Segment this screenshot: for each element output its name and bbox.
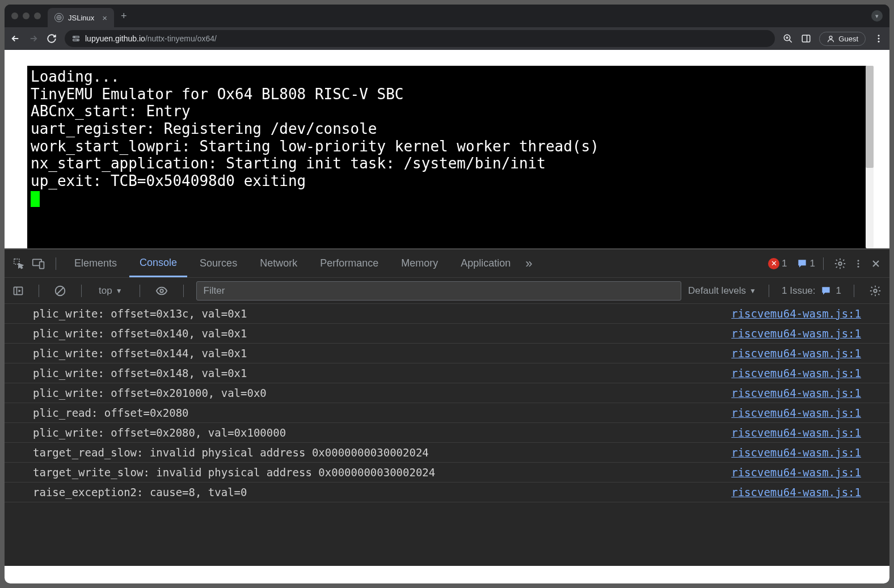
console-row[interactable]: target_read_slow: invalid physical addre…: [5, 443, 889, 463]
issues-link[interactable]: 1 Issue: 1: [782, 285, 841, 297]
console-row[interactable]: plic_write: offset=0x148, val=0x1 riscve…: [5, 363, 889, 383]
svg-point-3: [74, 37, 75, 37]
console-message: plic_write: offset=0x144, val=0x1: [33, 347, 731, 359]
terminal-cursor: [31, 191, 40, 207]
titlebar: JSLinux × + ▾: [5, 5, 889, 27]
svg-point-15: [858, 260, 859, 261]
close-tab-icon[interactable]: ×: [102, 13, 107, 23]
svg-point-9: [878, 38, 880, 40]
back-button[interactable]: [10, 33, 20, 44]
url-text: lupyuen.github.io/nuttx-tinyemu/ox64/: [85, 34, 217, 43]
console-row[interactable]: plic_write: offset=0x2080, val=0x100000 …: [5, 423, 889, 443]
console-row[interactable]: target_write_slow: invalid physical addr…: [5, 463, 889, 483]
console-message: plic_write: offset=0x148, val=0x1: [33, 367, 731, 379]
console-source-link[interactable]: riscvemu64-wasm.js:1: [731, 407, 861, 419]
svg-point-4: [77, 40, 78, 40]
console-source-link[interactable]: riscvemu64-wasm.js:1: [731, 426, 861, 439]
browser-tab[interactable]: JSLinux ×: [48, 8, 114, 27]
console-source-link[interactable]: riscvemu64-wasm.js:1: [731, 307, 861, 320]
svg-point-21: [874, 289, 877, 293]
device-toggle-icon[interactable]: [29, 255, 48, 272]
new-tab-button[interactable]: +: [121, 10, 127, 22]
tab-performance[interactable]: Performance: [310, 251, 389, 276]
svg-point-7: [829, 36, 832, 39]
devtools-panel: Elements Console Sources Network Perform…: [5, 248, 889, 566]
side-panel-icon[interactable]: [801, 33, 811, 44]
info-icon: [796, 258, 808, 269]
svg-point-14: [838, 262, 842, 265]
tab-elements[interactable]: Elements: [64, 251, 127, 276]
menu-icon[interactable]: [874, 33, 884, 44]
address-bar[interactable]: lupyuen.github.io/nuttx-tinyemu/ox64/: [65, 30, 775, 47]
console-settings-icon[interactable]: [867, 282, 884, 299]
tab-sources[interactable]: Sources: [189, 251, 247, 276]
dropdown-icon: ▼: [116, 287, 123, 295]
console-source-link[interactable]: riscvemu64-wasm.js:1: [731, 347, 861, 359]
console-row[interactable]: plic_write: offset=0x201000, val=0x0 ris…: [5, 383, 889, 403]
guest-profile-button[interactable]: Guest: [819, 32, 866, 46]
svg-rect-13: [40, 261, 44, 268]
svg-point-16: [858, 263, 859, 264]
forward-button[interactable]: [28, 33, 39, 44]
console-row[interactable]: plic_write: offset=0x140, val=0x1 riscve…: [5, 324, 889, 344]
console-message: raise_exception2: cause=8, tval=0: [33, 486, 731, 498]
console-source-link[interactable]: riscvemu64-wasm.js:1: [731, 466, 861, 479]
dropdown-icon: ▼: [749, 287, 756, 295]
console-source-link[interactable]: riscvemu64-wasm.js:1: [731, 327, 861, 340]
reload-button[interactable]: [47, 33, 57, 44]
more-tabs-icon[interactable]: »: [523, 254, 534, 273]
console-output[interactable]: plic_write: offset=0x13c, val=0x1 riscve…: [5, 304, 889, 566]
console-row[interactable]: plic_write: offset=0x144, val=0x1 riscve…: [5, 344, 889, 363]
live-expression-icon[interactable]: [153, 282, 171, 299]
error-icon: ✕: [768, 258, 779, 269]
log-levels-selector[interactable]: Default levels ▼: [688, 285, 756, 297]
close-devtools-icon[interactable]: [868, 256, 884, 272]
chevron-down-icon[interactable]: ▾: [871, 10, 883, 22]
devtools-tabs: Elements Console Sources Network Perform…: [5, 249, 889, 278]
window-controls: [11, 12, 41, 19]
console-filterbar: top ▼ Default levels ▼ 1 Issue:: [5, 278, 889, 304]
tab-title: JSLinux: [68, 14, 94, 22]
svg-rect-18: [14, 287, 23, 294]
zoom-icon[interactable]: [783, 33, 793, 44]
browser-window: JSLinux × + ▾ lupyuen.github.io/nuttx-ti…: [5, 5, 889, 583]
terminal[interactable]: Loading... TinyEMU Emulator for Ox64 BL8…: [27, 66, 867, 248]
error-badge[interactable]: ✕ 1: [768, 258, 787, 269]
clear-console-icon[interactable]: [52, 282, 69, 299]
tab-memory[interactable]: Memory: [391, 251, 448, 276]
filter-input[interactable]: [196, 281, 682, 301]
svg-rect-6: [803, 35, 811, 42]
close-window-icon[interactable]: [11, 12, 18, 19]
info-badge[interactable]: 1: [796, 258, 815, 269]
svg-point-10: [878, 41, 880, 43]
console-message: plic_write: offset=0x2080, val=0x100000: [33, 426, 731, 439]
site-settings-icon[interactable]: [71, 34, 81, 43]
console-source-link[interactable]: riscvemu64-wasm.js:1: [731, 367, 861, 379]
terminal-container: Loading... TinyEMU Emulator for Ox64 BL8…: [5, 50, 889, 248]
console-source-link[interactable]: riscvemu64-wasm.js:1: [731, 446, 861, 459]
gear-icon[interactable]: [832, 255, 849, 272]
tab-network[interactable]: Network: [250, 251, 307, 276]
console-message: plic_write: offset=0x201000, val=0x0: [33, 387, 731, 399]
globe-icon: [54, 13, 64, 22]
svg-point-8: [878, 35, 880, 36]
console-message: plic_read: offset=0x2080: [33, 407, 731, 419]
maximize-window-icon[interactable]: [34, 12, 41, 19]
tab-application[interactable]: Application: [450, 251, 521, 276]
console-message: target_read_slow: invalid physical addre…: [33, 446, 731, 459]
sidebar-toggle-icon[interactable]: [10, 283, 26, 299]
scrollbar-thumb[interactable]: [866, 66, 874, 168]
tab-console[interactable]: Console: [129, 250, 187, 277]
console-row[interactable]: plic_read: offset=0x2080 riscvemu64-wasm…: [5, 403, 889, 423]
console-source-link[interactable]: riscvemu64-wasm.js:1: [731, 387, 861, 399]
inspect-icon[interactable]: [10, 255, 27, 272]
svg-point-20: [160, 289, 163, 293]
page-content: Loading... TinyEMU Emulator for Ox64 BL8…: [5, 50, 889, 583]
terminal-scrollbar[interactable]: [866, 66, 874, 248]
kebab-icon[interactable]: [851, 255, 866, 272]
console-source-link[interactable]: riscvemu64-wasm.js:1: [731, 486, 861, 498]
console-row[interactable]: raise_exception2: cause=8, tval=0 riscve…: [5, 483, 889, 502]
console-row[interactable]: plic_write: offset=0x13c, val=0x1 riscve…: [5, 304, 889, 324]
context-selector[interactable]: top ▼: [94, 283, 127, 299]
minimize-window-icon[interactable]: [23, 12, 29, 19]
